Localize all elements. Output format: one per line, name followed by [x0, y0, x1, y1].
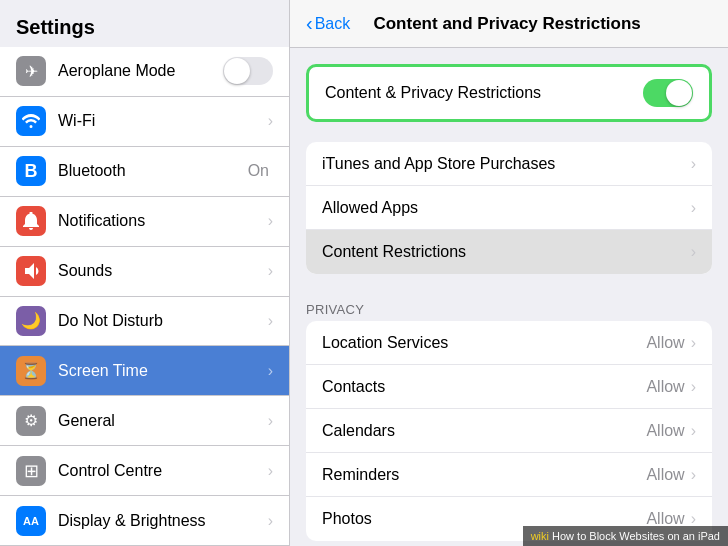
settings-row-allowed-apps[interactable]: Allowed Apps ›	[306, 186, 712, 230]
calendars-label: Calendars	[322, 422, 646, 440]
sidebar-item-aeroplane[interactable]: ✈ Aeroplane Mode	[0, 47, 289, 97]
main-content: Content & Privacy Restrictions iTunes an…	[290, 48, 728, 546]
sounds-chevron: ›	[268, 262, 273, 280]
sidebar-item-controlcentre-label: Control Centre	[58, 462, 268, 480]
content-privacy-toggle-row[interactable]: Content & Privacy Restrictions	[309, 67, 709, 119]
content-privacy-toggle-section: Content & Privacy Restrictions	[306, 64, 712, 122]
wifi-icon	[16, 106, 46, 136]
dnd-chevron: ›	[268, 312, 273, 330]
watermark-wiki: wiki	[531, 530, 549, 542]
toggle-knob	[666, 80, 692, 106]
settings-row-calendars[interactable]: Calendars Allow ›	[306, 409, 712, 453]
watermark: wiki How to Block Websites on an iPad	[523, 526, 728, 546]
sidebar-item-general-label: General	[58, 412, 268, 430]
location-label: Location Services	[322, 334, 646, 352]
location-chevron: ›	[691, 334, 696, 352]
bluetooth-value: On	[248, 162, 269, 180]
content-privacy-toggle[interactable]	[643, 79, 693, 107]
wifi-chevron: ›	[268, 112, 273, 130]
sidebar-item-dnd[interactable]: 🌙 Do Not Disturb ›	[0, 297, 289, 347]
general-chevron: ›	[268, 412, 273, 430]
main-panel: ‹ Back Content and Privacy Restrictions …	[290, 0, 728, 546]
content-privacy-toggle-label: Content & Privacy Restrictions	[325, 84, 643, 102]
privacy-section-header: PRIVACY	[306, 294, 712, 321]
settings-group-1: iTunes and App Store Purchases › Allowed…	[306, 142, 712, 274]
sidebar: Settings ✈ Aeroplane Mode Wi-Fi › B Blue…	[0, 0, 290, 546]
sidebar-item-aeroplane-label: Aeroplane Mode	[58, 62, 223, 80]
contacts-label: Contacts	[322, 378, 646, 396]
contacts-value: Allow	[646, 378, 684, 396]
sidebar-item-notifications[interactable]: Notifications ›	[0, 197, 289, 247]
general-icon: ⚙	[16, 406, 46, 436]
display-icon: AA	[16, 506, 46, 536]
airplane-icon: ✈	[16, 56, 46, 86]
privacy-settings-group: Location Services Allow › Contacts Allow…	[306, 321, 712, 541]
main-panel-title: Content and Privacy Restrictions	[362, 14, 652, 34]
sidebar-item-bluetooth-label: Bluetooth	[58, 162, 248, 180]
sidebar-item-wifi-label: Wi-Fi	[58, 112, 268, 130]
main-header: ‹ Back Content and Privacy Restrictions	[290, 0, 728, 48]
display-chevron: ›	[268, 512, 273, 530]
location-value: Allow	[646, 334, 684, 352]
notifications-icon	[16, 206, 46, 236]
controlcentre-icon: ⊞	[16, 456, 46, 486]
sidebar-item-dnd-label: Do Not Disturb	[58, 312, 268, 330]
notifications-chevron: ›	[268, 212, 273, 230]
aeroplane-toggle[interactable]	[223, 57, 273, 85]
sidebar-item-wifi[interactable]: Wi-Fi ›	[0, 97, 289, 147]
reminders-chevron: ›	[691, 466, 696, 484]
settings-row-itunes[interactable]: iTunes and App Store Purchases ›	[306, 142, 712, 186]
controlcentre-chevron: ›	[268, 462, 273, 480]
settings-row-content-restrictions[interactable]: Content Restrictions ›	[306, 230, 712, 274]
settings-row-contacts[interactable]: Contacts Allow ›	[306, 365, 712, 409]
back-button[interactable]: ‹ Back	[306, 12, 350, 35]
reminders-label: Reminders	[322, 466, 646, 484]
itunes-label: iTunes and App Store Purchases	[322, 155, 691, 173]
sidebar-item-sounds[interactable]: Sounds ›	[0, 247, 289, 297]
back-chevron-icon: ‹	[306, 12, 313, 35]
sidebar-item-notifications-label: Notifications	[58, 212, 268, 230]
sidebar-item-general[interactable]: ⚙ General ›	[0, 396, 289, 446]
sidebar-item-bluetooth[interactable]: B Bluetooth On	[0, 147, 289, 197]
sounds-icon	[16, 256, 46, 286]
reminders-value: Allow	[646, 466, 684, 484]
aeroplane-toggle-knob	[224, 58, 250, 84]
sidebar-item-sounds-label: Sounds	[58, 262, 268, 280]
back-label: Back	[315, 15, 351, 33]
settings-row-reminders[interactable]: Reminders Allow ›	[306, 453, 712, 497]
sidebar-item-display-label: Display & Brightness	[58, 512, 268, 530]
dnd-icon: 🌙	[16, 306, 46, 336]
settings-row-location[interactable]: Location Services Allow ›	[306, 321, 712, 365]
calendars-value: Allow	[646, 422, 684, 440]
screentime-chevron: ›	[268, 362, 273, 380]
sidebar-title: Settings	[0, 0, 289, 47]
content-restrictions-chevron: ›	[691, 243, 696, 261]
itunes-chevron: ›	[691, 155, 696, 173]
allowed-apps-chevron: ›	[691, 199, 696, 217]
calendars-chevron: ›	[691, 422, 696, 440]
sidebar-item-display[interactable]: AA Display & Brightness ›	[0, 496, 289, 546]
screentime-icon: ⏳	[16, 356, 46, 386]
sidebar-item-controlcentre[interactable]: ⊞ Control Centre ›	[0, 446, 289, 496]
sidebar-item-screentime-label: Screen Time	[58, 362, 268, 380]
watermark-text: How to Block Websites on an iPad	[552, 530, 720, 542]
contacts-chevron: ›	[691, 378, 696, 396]
allowed-apps-label: Allowed Apps	[322, 199, 691, 217]
content-restrictions-label: Content Restrictions	[322, 243, 691, 261]
bluetooth-icon: B	[16, 156, 46, 186]
sidebar-item-screentime[interactable]: ⏳ Screen Time ›	[0, 346, 289, 396]
